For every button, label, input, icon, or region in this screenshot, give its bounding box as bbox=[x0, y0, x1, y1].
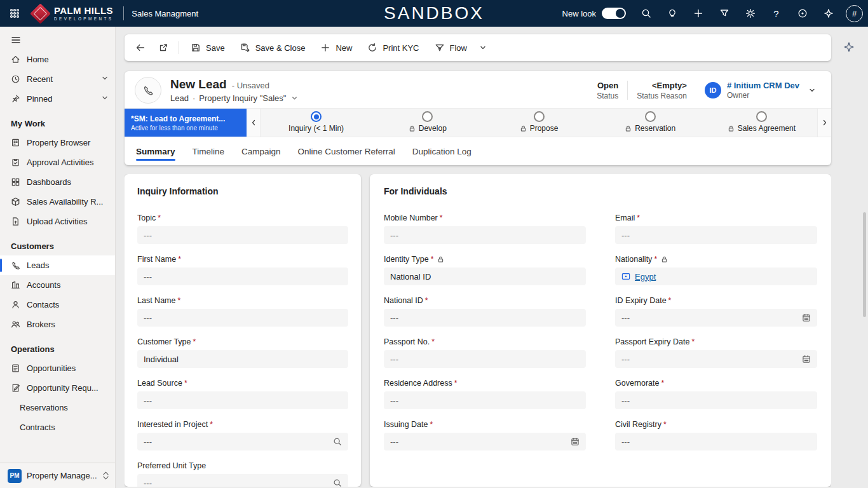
header-collapse-chevron-icon[interactable] bbox=[803, 81, 821, 99]
sitemap-collapse-icon[interactable] bbox=[0, 30, 29, 50]
sidebar-item-sales-availability[interactable]: Sales Availability R... bbox=[0, 192, 115, 212]
first-name-input[interactable]: --- bbox=[137, 268, 348, 285]
identity-type-select[interactable]: National ID bbox=[384, 268, 586, 285]
new-look-toggle[interactable] bbox=[602, 8, 626, 19]
copilot-icon[interactable] bbox=[837, 36, 860, 58]
sidebar-item-upload-activities[interactable]: Upload Activities bbox=[0, 212, 115, 231]
nationality-lookup[interactable]: Egypt bbox=[615, 268, 817, 285]
search-icon[interactable] bbox=[635, 3, 657, 24]
lookup-search-icon[interactable] bbox=[333, 478, 342, 487]
residence-address-input[interactable]: --- bbox=[384, 391, 586, 409]
owner-field[interactable]: ID # Initium CRM Dev Owner bbox=[696, 81, 803, 100]
sidebar-item-opportunities[interactable]: Opportunities bbox=[0, 358, 115, 378]
stage-label: Develop bbox=[419, 124, 447, 133]
form-selector-chevron-icon[interactable] bbox=[291, 95, 298, 102]
preferred-unit-type-lookup[interactable]: --- bbox=[137, 474, 348, 487]
back-button[interactable] bbox=[130, 37, 151, 58]
passport-no-input[interactable]: --- bbox=[384, 350, 586, 368]
issuing-date-input[interactable]: --- bbox=[384, 433, 586, 451]
interested-in-project-lookup[interactable]: --- bbox=[137, 433, 348, 451]
customer-type-field: Customer Type Individual bbox=[137, 337, 348, 368]
save-and-close-button[interactable]: Save & Close bbox=[233, 37, 313, 58]
print-kyc-button[interactable]: Print KYC bbox=[360, 37, 426, 58]
area-switcher[interactable]: PM Property Manage... bbox=[0, 463, 115, 488]
settings-gear-icon[interactable] bbox=[739, 3, 761, 24]
filter-icon[interactable] bbox=[713, 3, 735, 24]
sidebar-item-label: Sales Availability R... bbox=[27, 197, 103, 207]
sidebar-item-approval-activities[interactable]: Approval Activities bbox=[0, 152, 115, 172]
bpf-stage-develop[interactable]: Develop bbox=[372, 109, 483, 137]
nationality-value-link[interactable]: Egypt bbox=[635, 272, 656, 281]
add-icon[interactable] bbox=[687, 3, 709, 24]
sidebar-item-home[interactable]: Home bbox=[0, 50, 115, 69]
email-input[interactable]: --- bbox=[615, 226, 817, 244]
bpf-stage-sales-agreement[interactable]: Sales Agreement bbox=[706, 109, 817, 137]
tab-online-customer-referral[interactable]: Online Customer Referral bbox=[298, 137, 395, 165]
bpf-stage-reservation[interactable]: Reservation bbox=[595, 109, 706, 137]
governorate-input[interactable]: --- bbox=[615, 391, 817, 409]
bpf-stage-inquiry[interactable]: Inquiry (< 1 Min) bbox=[261, 109, 372, 137]
lightbulb-icon[interactable] bbox=[661, 3, 683, 24]
sidebar-item-recent[interactable]: Recent bbox=[0, 69, 115, 89]
id-expiry-date-input[interactable]: --- bbox=[615, 309, 817, 327]
calendar-icon[interactable] bbox=[802, 355, 811, 363]
required-marker bbox=[637, 214, 640, 222]
passport-expiry-date-input[interactable]: --- bbox=[615, 350, 817, 368]
stage-label: Inquiry (< 1 Min) bbox=[288, 124, 344, 133]
area-label: Property Manage... bbox=[27, 471, 97, 480]
civil-registry-input[interactable]: --- bbox=[615, 433, 817, 451]
sidebar-item-opportunity-requests[interactable]: Opportunity Requ... bbox=[0, 378, 115, 398]
app-launcher-waffle-icon[interactable] bbox=[0, 0, 29, 27]
d365-circle-icon[interactable] bbox=[791, 3, 813, 24]
help-icon[interactable] bbox=[765, 3, 787, 24]
tab-campaign[interactable]: Campaign bbox=[241, 137, 281, 165]
lead-source-select[interactable]: --- bbox=[137, 391, 348, 409]
topbar-divider bbox=[123, 6, 124, 20]
popout-icon[interactable] bbox=[153, 37, 174, 58]
sidebar-item-label: Property Browser bbox=[27, 138, 90, 147]
bpf-scroll-left-icon[interactable] bbox=[247, 109, 261, 137]
chevron-down-icon[interactable] bbox=[101, 94, 109, 104]
sidebar-item-property-browser[interactable]: Property Browser bbox=[0, 133, 115, 152]
sidebar-item-pinned[interactable]: Pinned bbox=[0, 89, 115, 109]
sidebar-item-label: Reservations bbox=[20, 403, 68, 412]
vertical-scrollbar[interactable] bbox=[863, 212, 866, 317]
app-name[interactable]: Sales Managment bbox=[132, 9, 198, 18]
user-avatar[interactable]: # bbox=[846, 5, 863, 22]
sidebar-item-label: Opportunities bbox=[27, 363, 76, 373]
chevron-down-icon[interactable] bbox=[101, 74, 109, 84]
sidebar-item-leads[interactable]: Leads bbox=[0, 255, 115, 275]
brand-logo[interactable]: PALM HILLS DEVELOPMENTS bbox=[29, 6, 116, 22]
sidebar-item-dashboards[interactable]: Dashboards bbox=[0, 172, 115, 192]
save-button[interactable]: Save bbox=[184, 37, 232, 58]
owner-value-link[interactable]: # Initium CRM Dev bbox=[727, 81, 799, 90]
new-button[interactable]: New bbox=[313, 37, 359, 58]
field-label: Interested in Project bbox=[137, 420, 208, 429]
form-selector[interactable]: Property Inquiry "Sales" bbox=[199, 93, 286, 103]
bpf-process-chip[interactable]: *SM: Lead to Agreement... Active for les… bbox=[125, 109, 247, 137]
last-name-input[interactable]: --- bbox=[137, 309, 348, 327]
bpf-stage-propose[interactable]: Propose bbox=[483, 109, 594, 137]
lookup-search-icon[interactable] bbox=[333, 437, 342, 446]
required-marker bbox=[431, 337, 435, 346]
sidebar-item-accounts[interactable]: Accounts bbox=[0, 275, 115, 295]
contact-person-icon bbox=[11, 300, 20, 309]
required-marker bbox=[663, 420, 667, 429]
flow-dropdown-chevron-icon[interactable] bbox=[475, 37, 491, 58]
sidebar-item-contracts[interactable]: Contracts bbox=[0, 417, 115, 437]
sidebar-item-contacts[interactable]: Contacts bbox=[0, 295, 115, 315]
calendar-icon[interactable] bbox=[802, 313, 811, 322]
tab-timeline[interactable]: Timeline bbox=[193, 137, 225, 165]
sparkle-icon[interactable] bbox=[817, 3, 839, 24]
bpf-scroll-right-icon[interactable] bbox=[817, 109, 831, 137]
topic-input[interactable]: --- bbox=[137, 226, 348, 244]
sidebar-item-brokers[interactable]: Brokers bbox=[0, 315, 115, 334]
tab-duplication-log[interactable]: Duplication Log bbox=[412, 137, 471, 165]
sidebar-item-reservations[interactable]: Reservations bbox=[0, 398, 115, 417]
national-id-input[interactable]: --- bbox=[384, 309, 586, 327]
flow-button[interactable]: Flow bbox=[428, 37, 474, 58]
customer-type-select[interactable]: Individual bbox=[137, 350, 348, 368]
mobile-number-input[interactable]: --- bbox=[384, 226, 586, 244]
tab-summary[interactable]: Summary bbox=[136, 137, 175, 165]
calendar-icon[interactable] bbox=[571, 437, 580, 446]
